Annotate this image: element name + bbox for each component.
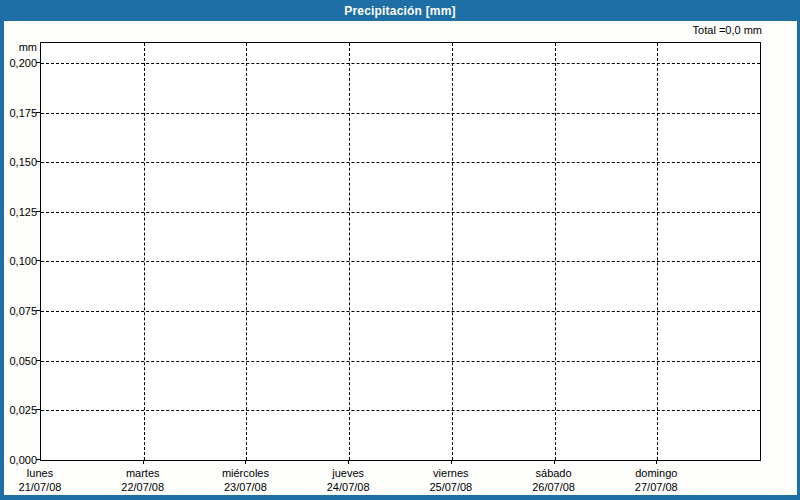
day-name: lunes bbox=[27, 467, 53, 479]
x-day-label: domingo27/07/08 bbox=[608, 466, 704, 494]
x-day-label: viernes25/07/08 bbox=[403, 466, 499, 494]
day-name: viernes bbox=[433, 467, 468, 479]
day-date: 27/07/08 bbox=[608, 480, 704, 494]
x-tick-mark bbox=[554, 461, 555, 464]
y-tick-label: 0,125 bbox=[0, 205, 37, 219]
y-tick-label: 0,075 bbox=[0, 304, 37, 318]
day-date: 25/07/08 bbox=[403, 480, 499, 494]
v-gridline bbox=[144, 43, 145, 460]
v-gridline bbox=[452, 43, 453, 460]
y-axis-unit-label: mm bbox=[0, 41, 37, 54]
x-tick-mark bbox=[245, 461, 246, 464]
x-tick-mark bbox=[143, 461, 144, 464]
chart-title-bar: Precipitación [mm] bbox=[0, 0, 800, 21]
y-tick-mark bbox=[36, 260, 40, 261]
y-tick-label: 0,150 bbox=[0, 155, 37, 169]
chart-title: Precipitación [mm] bbox=[344, 4, 456, 18]
h-gridline bbox=[41, 212, 760, 213]
h-gridline bbox=[41, 361, 760, 362]
v-gridline bbox=[555, 43, 556, 460]
day-date: 23/07/08 bbox=[197, 480, 293, 494]
h-gridline bbox=[41, 410, 760, 411]
y-tick-mark bbox=[36, 161, 40, 162]
day-date: 26/07/08 bbox=[506, 480, 602, 494]
x-tick-mark bbox=[348, 461, 349, 464]
v-gridline bbox=[657, 43, 658, 460]
h-gridline bbox=[41, 162, 760, 163]
y-tick-label: 0,025 bbox=[0, 403, 37, 417]
v-gridline bbox=[246, 43, 247, 460]
day-name: martes bbox=[126, 467, 160, 479]
y-tick-label: 0,200 bbox=[0, 56, 37, 70]
x-day-label: lunes21/07/08 bbox=[0, 466, 88, 494]
total-precipitation-label: Total =0,0 mm bbox=[0, 24, 762, 37]
x-day-label: jueves24/07/08 bbox=[300, 466, 396, 494]
day-date: 22/07/08 bbox=[95, 480, 191, 494]
x-day-label: martes22/07/08 bbox=[95, 466, 191, 494]
x-tick-mark bbox=[656, 461, 657, 464]
day-name: jueves bbox=[332, 467, 364, 479]
h-gridline bbox=[41, 261, 760, 262]
x-tick-mark bbox=[451, 461, 452, 464]
y-tick-mark bbox=[36, 360, 40, 361]
y-tick-mark bbox=[36, 112, 40, 113]
h-gridline bbox=[41, 113, 760, 114]
y-tick-label: 0,000 bbox=[0, 453, 37, 467]
y-tick-mark bbox=[36, 310, 40, 311]
x-day-label: miércoles23/07/08 bbox=[197, 466, 293, 494]
v-gridline bbox=[349, 43, 350, 460]
h-gridline bbox=[41, 63, 760, 64]
plot-area bbox=[40, 42, 761, 461]
y-tick-label: 0,050 bbox=[0, 354, 37, 368]
y-tick-label: 0,175 bbox=[0, 106, 37, 120]
x-day-label: sábado26/07/08 bbox=[506, 466, 602, 494]
precipitation-chart-window: Precipitación [mm] Total =0,0 mm mm 0,20… bbox=[0, 0, 800, 500]
y-tick-mark bbox=[36, 409, 40, 410]
y-tick-mark bbox=[36, 62, 40, 63]
day-name: miércoles bbox=[222, 467, 269, 479]
h-gridline bbox=[41, 311, 760, 312]
frame-border-bottom bbox=[0, 495, 800, 500]
y-tick-mark bbox=[36, 459, 40, 460]
day-name: domingo bbox=[635, 467, 677, 479]
y-tick-label: 0,100 bbox=[0, 254, 37, 268]
y-tick-mark bbox=[36, 211, 40, 212]
day-date: 24/07/08 bbox=[300, 480, 396, 494]
day-date: 21/07/08 bbox=[0, 480, 88, 494]
day-name: sábado bbox=[536, 467, 572, 479]
